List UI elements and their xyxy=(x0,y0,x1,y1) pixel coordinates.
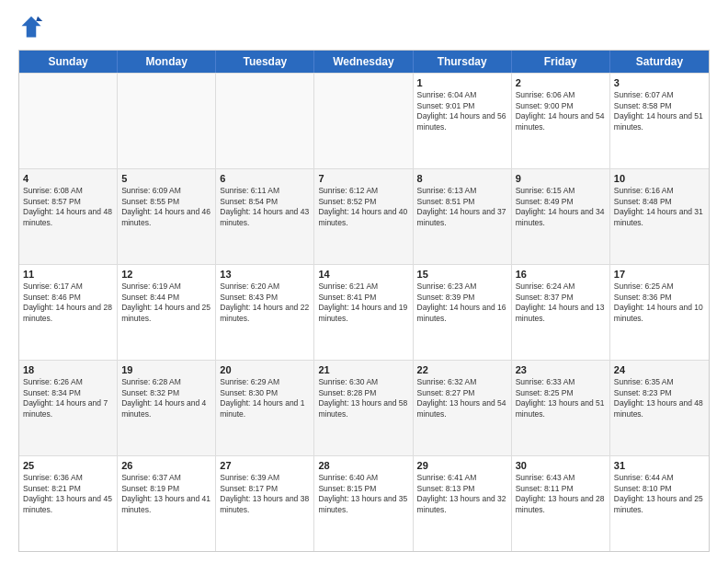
cal-header-monday: Monday xyxy=(118,51,216,73)
cal-cell-19: 19Sunrise: 6:28 AM Sunset: 8:32 PM Dayli… xyxy=(118,361,216,455)
cal-cell-30: 30Sunrise: 6:43 AM Sunset: 8:11 PM Dayli… xyxy=(512,456,610,551)
cal-cell-25: 25Sunrise: 6:36 AM Sunset: 8:21 PM Dayli… xyxy=(19,456,118,551)
cal-cell-9: 9Sunrise: 6:15 AM Sunset: 8:49 PM Daylig… xyxy=(512,169,610,264)
cell-info: Sunrise: 6:11 AM Sunset: 8:54 PM Dayligh… xyxy=(220,186,310,228)
cal-cell-21: 21Sunrise: 6:30 AM Sunset: 8:28 PM Dayli… xyxy=(314,361,413,455)
cal-header-sunday: Sunday xyxy=(19,51,118,73)
cal-cell-29: 29Sunrise: 6:41 AM Sunset: 8:13 PM Dayli… xyxy=(414,456,512,551)
cal-cell-10: 10Sunrise: 6:16 AM Sunset: 8:48 PM Dayli… xyxy=(610,169,709,264)
cal-cell-20: 20Sunrise: 6:29 AM Sunset: 8:30 PM Dayli… xyxy=(216,361,314,455)
cell-info: Sunrise: 6:36 AM Sunset: 8:21 PM Dayligh… xyxy=(23,473,113,515)
cell-info: Sunrise: 6:37 AM Sunset: 8:19 PM Dayligh… xyxy=(121,473,211,515)
day-number: 4 xyxy=(23,172,113,185)
cal-week-4: 18Sunrise: 6:26 AM Sunset: 8:34 PM Dayli… xyxy=(19,360,709,455)
cal-cell-2: 2Sunrise: 6:06 AM Sunset: 9:00 PM Daylig… xyxy=(512,74,610,168)
cal-cell-31: 31Sunrise: 6:44 AM Sunset: 8:10 PM Dayli… xyxy=(610,456,709,551)
cell-info: Sunrise: 6:32 AM Sunset: 8:27 PM Dayligh… xyxy=(417,377,507,419)
cal-cell-26: 26Sunrise: 6:37 AM Sunset: 8:19 PM Dayli… xyxy=(118,456,216,551)
cell-info: Sunrise: 6:07 AM Sunset: 8:58 PM Dayligh… xyxy=(614,90,705,132)
day-number: 23 xyxy=(516,363,606,376)
cell-info: Sunrise: 6:26 AM Sunset: 8:34 PM Dayligh… xyxy=(23,377,113,419)
cal-cell-13: 13Sunrise: 6:20 AM Sunset: 8:43 PM Dayli… xyxy=(216,265,314,360)
cal-cell-6: 6Sunrise: 6:11 AM Sunset: 8:54 PM Daylig… xyxy=(216,169,314,264)
day-number: 28 xyxy=(318,459,408,472)
page: SundayMondayTuesdayWednesdayThursdayFrid… xyxy=(0,0,728,563)
logo xyxy=(18,15,48,40)
day-number: 16 xyxy=(516,268,606,281)
day-number: 5 xyxy=(121,172,211,185)
cell-info: Sunrise: 6:35 AM Sunset: 8:23 PM Dayligh… xyxy=(614,377,705,419)
calendar-body: 1Sunrise: 6:04 AM Sunset: 9:01 PM Daylig… xyxy=(19,73,709,551)
day-number: 3 xyxy=(614,76,705,89)
cal-cell-27: 27Sunrise: 6:39 AM Sunset: 8:17 PM Dayli… xyxy=(216,456,314,551)
cal-cell-4: 4Sunrise: 6:08 AM Sunset: 8:57 PM Daylig… xyxy=(19,169,118,264)
cell-info: Sunrise: 6:17 AM Sunset: 8:46 PM Dayligh… xyxy=(23,282,113,324)
header xyxy=(18,15,710,40)
cal-week-2: 4Sunrise: 6:08 AM Sunset: 8:57 PM Daylig… xyxy=(19,168,709,264)
cell-info: Sunrise: 6:28 AM Sunset: 8:32 PM Dayligh… xyxy=(121,377,211,419)
cell-info: Sunrise: 6:06 AM Sunset: 9:00 PM Dayligh… xyxy=(516,90,606,132)
cal-header-wednesday: Wednesday xyxy=(314,51,413,73)
cell-info: Sunrise: 6:25 AM Sunset: 8:36 PM Dayligh… xyxy=(614,282,705,324)
cell-info: Sunrise: 6:44 AM Sunset: 8:10 PM Dayligh… xyxy=(614,473,705,515)
day-number: 25 xyxy=(23,459,113,472)
day-number: 27 xyxy=(220,459,310,472)
cell-info: Sunrise: 6:09 AM Sunset: 8:55 PM Dayligh… xyxy=(121,186,211,228)
day-number: 21 xyxy=(318,363,408,376)
cal-cell-empty-0-3 xyxy=(314,74,413,168)
cell-info: Sunrise: 6:24 AM Sunset: 8:37 PM Dayligh… xyxy=(516,282,606,324)
cell-info: Sunrise: 6:12 AM Sunset: 8:52 PM Dayligh… xyxy=(318,186,408,228)
day-number: 6 xyxy=(220,172,310,185)
cal-cell-24: 24Sunrise: 6:35 AM Sunset: 8:23 PM Dayli… xyxy=(610,361,709,455)
cell-info: Sunrise: 6:13 AM Sunset: 8:51 PM Dayligh… xyxy=(417,186,507,228)
cal-header-tuesday: Tuesday xyxy=(216,51,314,73)
day-number: 15 xyxy=(417,268,507,281)
cal-header-thursday: Thursday xyxy=(414,51,512,73)
day-number: 20 xyxy=(220,363,310,376)
cal-cell-22: 22Sunrise: 6:32 AM Sunset: 8:27 PM Dayli… xyxy=(414,361,512,455)
cal-header-saturday: Saturday xyxy=(610,51,709,73)
day-number: 13 xyxy=(220,268,310,281)
day-number: 1 xyxy=(417,76,507,89)
cal-cell-23: 23Sunrise: 6:33 AM Sunset: 8:25 PM Dayli… xyxy=(512,361,610,455)
cal-cell-17: 17Sunrise: 6:25 AM Sunset: 8:36 PM Dayli… xyxy=(610,265,709,360)
cal-week-1: 1Sunrise: 6:04 AM Sunset: 9:01 PM Daylig… xyxy=(19,73,709,168)
cell-info: Sunrise: 6:15 AM Sunset: 8:49 PM Dayligh… xyxy=(516,186,606,228)
cell-info: Sunrise: 6:16 AM Sunset: 8:48 PM Dayligh… xyxy=(614,186,705,228)
day-number: 19 xyxy=(121,363,211,376)
day-number: 30 xyxy=(516,459,606,472)
day-number: 24 xyxy=(614,363,705,376)
day-number: 7 xyxy=(318,172,408,185)
cell-info: Sunrise: 6:21 AM Sunset: 8:41 PM Dayligh… xyxy=(318,282,408,324)
day-number: 10 xyxy=(614,172,705,185)
cell-info: Sunrise: 6:19 AM Sunset: 8:44 PM Dayligh… xyxy=(121,282,211,324)
day-number: 26 xyxy=(121,459,211,472)
cell-info: Sunrise: 6:08 AM Sunset: 8:57 PM Dayligh… xyxy=(23,186,113,228)
cal-cell-14: 14Sunrise: 6:21 AM Sunset: 8:41 PM Dayli… xyxy=(314,265,413,360)
cal-cell-7: 7Sunrise: 6:12 AM Sunset: 8:52 PM Daylig… xyxy=(314,169,413,264)
cal-cell-28: 28Sunrise: 6:40 AM Sunset: 8:15 PM Dayli… xyxy=(314,456,413,551)
day-number: 18 xyxy=(23,363,113,376)
cal-cell-18: 18Sunrise: 6:26 AM Sunset: 8:34 PM Dayli… xyxy=(19,361,118,455)
cell-info: Sunrise: 6:29 AM Sunset: 8:30 PM Dayligh… xyxy=(220,377,310,419)
day-number: 22 xyxy=(417,363,507,376)
day-number: 31 xyxy=(614,459,705,472)
day-number: 2 xyxy=(516,76,606,89)
calendar-header-row: SundayMondayTuesdayWednesdayThursdayFrid… xyxy=(19,51,709,73)
cell-info: Sunrise: 6:23 AM Sunset: 8:39 PM Dayligh… xyxy=(417,282,507,324)
cell-info: Sunrise: 6:40 AM Sunset: 8:15 PM Dayligh… xyxy=(318,473,408,515)
cal-cell-3: 3Sunrise: 6:07 AM Sunset: 8:58 PM Daylig… xyxy=(610,74,709,168)
day-number: 29 xyxy=(417,459,507,472)
cal-cell-8: 8Sunrise: 6:13 AM Sunset: 8:51 PM Daylig… xyxy=(414,169,512,264)
day-number: 17 xyxy=(614,268,705,281)
calendar: SundayMondayTuesdayWednesdayThursdayFrid… xyxy=(18,50,710,552)
cal-cell-15: 15Sunrise: 6:23 AM Sunset: 8:39 PM Dayli… xyxy=(414,265,512,360)
svg-marker-1 xyxy=(36,17,42,21)
cal-header-friday: Friday xyxy=(512,51,610,73)
cell-info: Sunrise: 6:04 AM Sunset: 9:01 PM Dayligh… xyxy=(417,90,507,132)
cal-cell-empty-0-2 xyxy=(216,74,314,168)
day-number: 8 xyxy=(417,172,507,185)
cell-info: Sunrise: 6:33 AM Sunset: 8:25 PM Dayligh… xyxy=(516,377,606,419)
cal-cell-empty-0-1 xyxy=(118,74,216,168)
cal-cell-empty-0-0 xyxy=(19,74,118,168)
